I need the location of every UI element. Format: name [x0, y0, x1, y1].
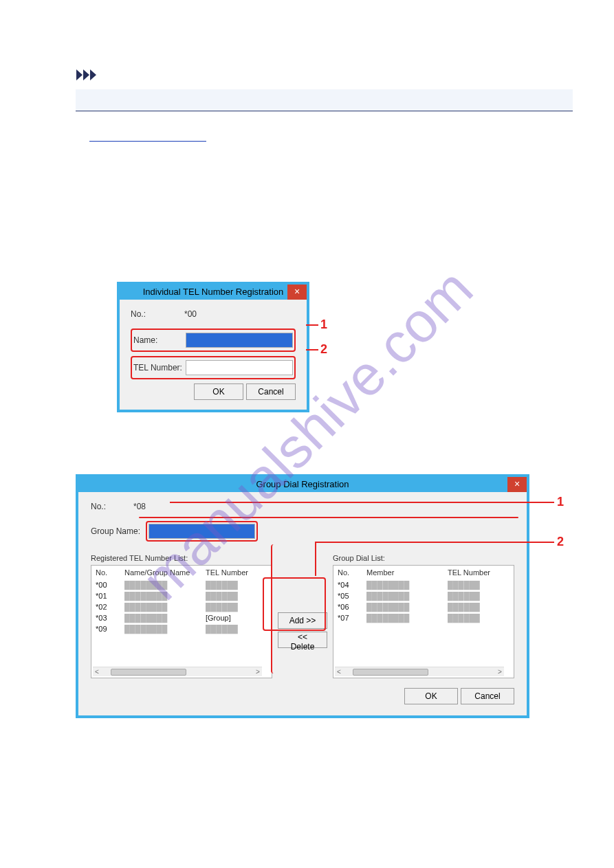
scroll-right-icon[interactable]: > — [496, 668, 504, 676]
link-placeholder[interactable] — [89, 133, 206, 142]
d1-tel-label: TEL Number: — [133, 363, 186, 372]
registered-tel-list[interactable]: No. Name/Group Name TEL Number *00██████… — [91, 565, 272, 678]
scrollbar-horizontal[interactable]: < > — [335, 667, 504, 676]
d2-groupname-input[interactable] — [149, 524, 255, 539]
d1-name-input[interactable] — [186, 333, 293, 348]
d2-callout-2: 2 — [557, 535, 564, 549]
list-col-tel: TEL Number — [206, 568, 267, 577]
scroll-thumb[interactable] — [353, 669, 428, 676]
list-item[interactable]: *04██████████████ — [338, 579, 509, 590]
d1-callout-2: 2 — [320, 342, 327, 357]
d1-no-value: *00 — [184, 309, 197, 319]
d1-name-label: Name: — [133, 335, 186, 345]
list-item[interactable]: *02██████████████ — [96, 601, 267, 612]
d1-callout-1: 1 — [320, 318, 327, 332]
list-item[interactable]: *00██████████████ — [96, 579, 267, 590]
list-item[interactable]: *05██████████████ — [338, 590, 509, 601]
list-item[interactable]: *01██████████████ — [96, 590, 267, 601]
d1-no-label: No.: — [131, 309, 184, 319]
d2-callout-1: 1 — [557, 495, 564, 509]
list-item[interactable]: *06██████████████ — [338, 601, 509, 612]
scroll-right-icon[interactable]: > — [254, 668, 262, 676]
d2-groupname-label: Group Name: — [91, 526, 146, 536]
list-col-name: Name/Group Name — [124, 568, 206, 577]
d2-no-label: No.: — [91, 502, 133, 511]
close-icon[interactable]: × — [507, 477, 527, 492]
list-item[interactable]: *09██████████████ — [96, 623, 267, 634]
close-icon[interactable]: × — [287, 285, 307, 300]
list-col-tel: TEL Number — [448, 568, 509, 577]
d1-cancel-button[interactable]: Cancel — [246, 383, 296, 400]
scroll-left-icon[interactable]: < — [93, 668, 101, 676]
d2-right-list-title: Group Dial List: — [333, 554, 514, 562]
list-col-no: No. — [338, 568, 366, 577]
d2-ok-button[interactable]: OK — [404, 688, 458, 704]
list-item[interactable]: *03████████[Group] — [96, 612, 267, 623]
list-col-no: No. — [96, 568, 124, 577]
delete-button[interactable]: << Delete — [278, 632, 327, 648]
d1-tel-input[interactable] — [186, 360, 293, 375]
dialog1-title: Individual TEL Number Registration — [143, 287, 284, 297]
chevron-icon — [76, 69, 107, 81]
dialog1-titlebar: Individual TEL Number Registration × — [120, 285, 307, 300]
d1-ok-button[interactable]: OK — [194, 383, 243, 400]
d2-left-list-title: Registered TEL Number List: — [91, 554, 272, 562]
scroll-thumb[interactable] — [111, 669, 186, 676]
d2-cancel-button[interactable]: Cancel — [461, 688, 514, 704]
dialog2-title: Group Dial Registration — [256, 479, 349, 489]
page-heading-band — [76, 89, 573, 111]
individual-tel-dialog: Individual TEL Number Registration × No.… — [117, 282, 309, 412]
scrollbar-horizontal[interactable]: < > — [93, 667, 262, 676]
list-col-member: Member — [366, 568, 448, 577]
d2-no-value: *08 — [133, 502, 146, 511]
scroll-left-icon[interactable]: < — [335, 668, 343, 676]
group-dial-dialog: Group Dial Registration × No.: *08 Group… — [76, 474, 529, 718]
list-item[interactable]: *07██████████████ — [338, 612, 509, 623]
add-button[interactable]: Add >> — [278, 612, 327, 629]
group-dial-list[interactable]: No. Member TEL Number *04██████████████*… — [333, 565, 514, 678]
dialog2-titlebar: Group Dial Registration × — [78, 477, 527, 492]
